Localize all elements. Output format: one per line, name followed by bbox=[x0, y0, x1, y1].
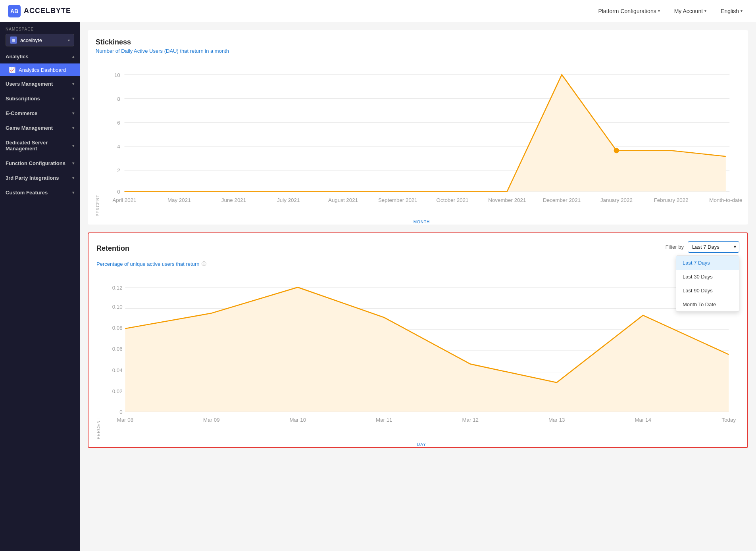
svg-text:4: 4 bbox=[117, 144, 120, 150]
svg-text:September 2021: September 2021 bbox=[378, 197, 417, 203]
sidebar-section-label-3rd-party: 3rd Party Integrations bbox=[6, 175, 59, 181]
layout: NAMESPACE ▦ accelbyte ▾ Analytics▴📈Analy… bbox=[0, 22, 756, 551]
retention-x-label: DAY bbox=[104, 442, 739, 447]
stickiness-subtitle: Number of Daily Active Users (DAU) that … bbox=[96, 48, 740, 54]
platform-configurations-button[interactable]: Platform Configurations ▾ bbox=[592, 6, 665, 17]
dropdown-item-90days[interactable]: Last 90 Days bbox=[676, 284, 739, 298]
sidebar-section-label-custom-features: Custom Features bbox=[6, 190, 48, 196]
platform-config-chevron-icon: ▾ bbox=[658, 9, 660, 13]
retention-y-label: PERCENT bbox=[96, 273, 101, 439]
sidebar-section-chevron-3rd-party: ▾ bbox=[72, 176, 74, 180]
sidebar-section-e-commerce: E-Commerce▾ bbox=[0, 106, 80, 120]
sidebar-section-header-e-commerce[interactable]: E-Commerce▾ bbox=[0, 106, 80, 120]
filter-dropdown[interactable]: Last 7 Days Last 30 Days Last 90 Days Mo… bbox=[676, 255, 739, 312]
sidebar-section-header-users-management[interactable]: Users Management▾ bbox=[0, 77, 80, 91]
svg-text:Mar 14: Mar 14 bbox=[635, 417, 651, 423]
dropdown-item-30days[interactable]: Last 30 Days bbox=[676, 270, 739, 284]
sidebar-section-label-users-management: Users Management bbox=[6, 81, 53, 87]
logo: AB ACCELBYTE bbox=[8, 5, 71, 17]
svg-text:May 2021: May 2021 bbox=[167, 197, 191, 203]
top-navigation: AB ACCELBYTE Platform Configurations ▾ M… bbox=[0, 0, 756, 22]
sidebar: NAMESPACE ▦ accelbyte ▾ Analytics▴📈Analy… bbox=[0, 22, 80, 551]
logo-icon: AB bbox=[8, 5, 21, 17]
svg-text:0.08: 0.08 bbox=[112, 324, 123, 330]
filter-label: Filter by bbox=[666, 244, 684, 250]
svg-text:January 2022: January 2022 bbox=[600, 197, 633, 203]
svg-text:Today: Today bbox=[722, 417, 736, 423]
sidebar-section-label-game-management: Game Management bbox=[6, 125, 53, 131]
namespace-section: NAMESPACE ▦ accelbyte ▾ bbox=[0, 22, 80, 50]
sidebar-section-label-subscriptions: Subscriptions bbox=[6, 96, 40, 102]
sidebar-section-header-subscriptions[interactable]: Subscriptions▾ bbox=[0, 92, 80, 106]
svg-text:0.04: 0.04 bbox=[112, 367, 123, 373]
filter-row: Filter by Last 7 Days Last 30 Days Last … bbox=[666, 241, 739, 253]
svg-text:Month-to-date: Month-to-date bbox=[709, 197, 742, 203]
info-icon[interactable]: ⓘ bbox=[202, 261, 206, 267]
sidebar-section-chevron-users-management: ▾ bbox=[72, 82, 74, 86]
namespace-chevron-icon: ▾ bbox=[68, 38, 70, 42]
stickiness-x-label: MONTH bbox=[103, 220, 740, 224]
filter-select-wrapper: Last 7 Days Last 30 Days Last 90 Days Mo… bbox=[688, 241, 739, 253]
sidebar-section-header-custom-features[interactable]: Custom Features▾ bbox=[0, 186, 80, 200]
svg-text:February 2022: February 2022 bbox=[654, 197, 689, 203]
stickiness-title: Stickiness bbox=[96, 38, 740, 46]
svg-text:0.06: 0.06 bbox=[112, 346, 123, 352]
sidebar-sections: Analytics▴📈Analytics DashboardUsers Mana… bbox=[0, 50, 80, 200]
stickiness-chart-svg: 0 2 4 6 8 10 bbox=[103, 60, 740, 217]
svg-text:November 2021: November 2021 bbox=[488, 197, 526, 203]
language-button[interactable]: English ▾ bbox=[715, 6, 748, 17]
language-label: English bbox=[721, 8, 739, 14]
retention-chart-svg: 0 0.02 0.04 0.06 0.08 0.10 0.12 Mar 08 M… bbox=[104, 273, 739, 439]
sidebar-section-chevron-dedicated-server: ▾ bbox=[72, 144, 74, 148]
svg-text:0.02: 0.02 bbox=[112, 388, 123, 394]
sidebar-section-header-dedicated-server[interactable]: Dedicated Server Management▾ bbox=[0, 136, 80, 156]
sidebar-section-chevron-game-management: ▾ bbox=[72, 126, 74, 130]
sidebar-section-chevron-analytics: ▴ bbox=[72, 54, 74, 59]
svg-text:Mar 09: Mar 09 bbox=[203, 417, 219, 423]
retention-subtitle: Percentage of unique active users that r… bbox=[96, 261, 199, 267]
sidebar-section-label-e-commerce: E-Commerce bbox=[6, 110, 37, 116]
svg-text:6: 6 bbox=[117, 120, 120, 126]
sidebar-section-3rd-party: 3rd Party Integrations▾ bbox=[0, 171, 80, 185]
svg-text:Mar 13: Mar 13 bbox=[548, 417, 565, 423]
sidebar-item-analytics-dashboard[interactable]: 📈Analytics Dashboard bbox=[0, 63, 80, 76]
svg-text:8: 8 bbox=[117, 96, 120, 102]
sidebar-section-header-function-configurations[interactable]: Function Configurations▾ bbox=[0, 156, 80, 170]
filter-select[interactable]: Last 7 Days Last 30 Days Last 90 Days Mo… bbox=[688, 241, 739, 253]
dropdown-item-mtd[interactable]: Month To Date bbox=[676, 298, 739, 311]
svg-marker-12 bbox=[125, 75, 726, 191]
sidebar-section-chevron-e-commerce: ▾ bbox=[72, 111, 74, 115]
sidebar-section-game-management: Game Management▾ bbox=[0, 121, 80, 135]
svg-text:July 2021: July 2021 bbox=[277, 197, 300, 203]
account-chevron-icon: ▾ bbox=[704, 9, 706, 13]
sidebar-section-label-dedicated-server: Dedicated Server Management bbox=[6, 140, 72, 152]
retention-card: Retention Filter by Last 7 Days Last 30 … bbox=[88, 232, 748, 448]
svg-text:Mar 11: Mar 11 bbox=[376, 417, 392, 423]
sidebar-section-header-3rd-party[interactable]: 3rd Party Integrations▾ bbox=[0, 171, 80, 185]
svg-text:0.12: 0.12 bbox=[112, 284, 123, 290]
sidebar-section-analytics: Analytics▴📈Analytics Dashboard bbox=[0, 50, 80, 76]
svg-text:2: 2 bbox=[117, 167, 120, 173]
namespace-label: NAMESPACE bbox=[6, 27, 74, 31]
language-chevron-icon: ▾ bbox=[741, 9, 743, 13]
account-button[interactable]: My Account ▾ bbox=[669, 6, 712, 17]
sidebar-section-header-game-management[interactable]: Game Management▾ bbox=[0, 121, 80, 135]
svg-marker-40 bbox=[125, 287, 729, 412]
sidebar-section-users-management: Users Management▾ bbox=[0, 77, 80, 91]
namespace-select[interactable]: ▦ accelbyte ▾ bbox=[6, 34, 74, 46]
platform-configurations-label: Platform Configurations bbox=[598, 8, 656, 14]
svg-text:0.10: 0.10 bbox=[112, 303, 123, 309]
stickiness-y-label: PERCENT bbox=[96, 60, 100, 217]
sidebar-section-custom-features: Custom Features▾ bbox=[0, 186, 80, 200]
dropdown-item-7days[interactable]: Last 7 Days bbox=[676, 256, 739, 270]
logo-text: ACCELBYTE bbox=[24, 7, 71, 15]
stickiness-card: Stickiness Number of Daily Active Users … bbox=[88, 30, 748, 225]
sidebar-section-function-configurations: Function Configurations▾ bbox=[0, 156, 80, 170]
sidebar-section-chevron-subscriptions: ▾ bbox=[72, 96, 74, 101]
svg-text:10: 10 bbox=[114, 72, 120, 78]
svg-text:August 2021: August 2021 bbox=[328, 197, 358, 203]
sidebar-section-chevron-custom-features: ▾ bbox=[72, 190, 74, 195]
svg-text:April 2021: April 2021 bbox=[112, 197, 136, 203]
sidebar-section-header-analytics[interactable]: Analytics▴ bbox=[0, 50, 80, 63]
main-content: Stickiness Number of Daily Active Users … bbox=[80, 22, 756, 551]
